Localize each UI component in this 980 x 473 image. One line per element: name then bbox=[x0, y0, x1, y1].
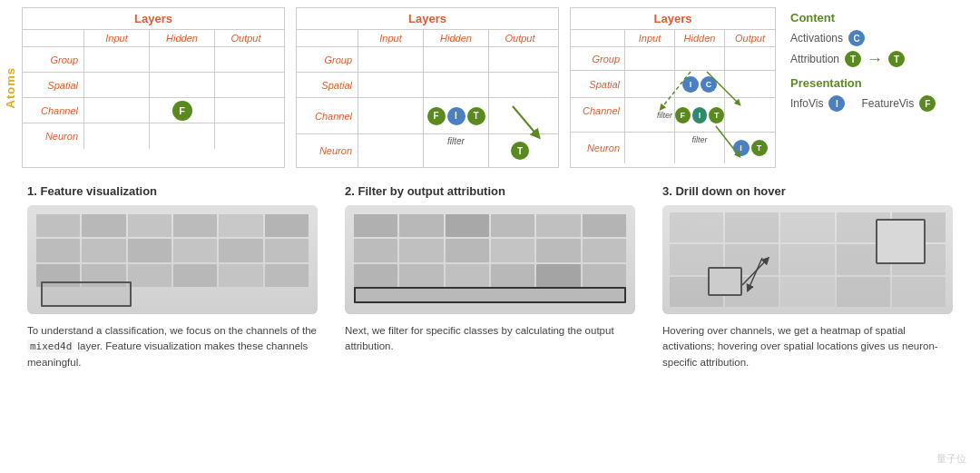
grid2-row-neuron: Neuron filter T bbox=[297, 134, 558, 167]
attribution-arrow: → bbox=[867, 51, 883, 67]
badge-I-grid2: I bbox=[447, 107, 466, 125]
atoms-label-container: Atoms bbox=[0, 7, 20, 168]
grid1-row-channel: Channel F bbox=[23, 98, 284, 123]
col-hidden-1: Hidden bbox=[150, 30, 215, 46]
presentation-section: Presentation InfoVis I FeatureVis F bbox=[790, 76, 945, 112]
atoms-section: Atoms Layers Input Hidden Output Group bbox=[0, 7, 776, 168]
step-3-image bbox=[662, 205, 953, 314]
right-panel: Content Activations C Attribution T → T … bbox=[790, 7, 945, 116]
step-1-image bbox=[27, 205, 318, 314]
step-2-image bbox=[345, 205, 635, 314]
badge-T-grid3-channel: T bbox=[709, 107, 724, 123]
grid-panel-2: Layers Input Hidden Output Group Spatial bbox=[296, 7, 559, 168]
cell-1-c-output bbox=[215, 98, 277, 123]
row-label-group-1: Group bbox=[23, 47, 84, 72]
step3-source-box bbox=[708, 267, 742, 296]
cell-1-g-hidden bbox=[150, 47, 215, 72]
grid3-row-neuron: Neuron filter I T bbox=[571, 133, 775, 163]
atoms-label: Atoms bbox=[4, 67, 17, 108]
grid2-col-headers: Input Hidden Output bbox=[297, 30, 558, 47]
grid2-title: Layers bbox=[408, 12, 446, 25]
grid1-row-neuron: Neuron bbox=[23, 123, 284, 149]
filter-label-3a: filter bbox=[657, 111, 672, 120]
step-2-label: Filter by output attribution bbox=[358, 184, 505, 198]
step-1-placeholder bbox=[27, 205, 318, 314]
row-label-neuron-1: Neuron bbox=[23, 123, 84, 149]
step-1-desc: To understand a classification, we focus… bbox=[27, 323, 318, 370]
grids-container: Layers Input Hidden Output Group S bbox=[22, 7, 776, 168]
cell-1-n-input bbox=[84, 123, 150, 149]
badge-T-grid3-neuron: T bbox=[751, 140, 768, 156]
step-3-title: 3. Drill down on hover bbox=[662, 184, 953, 198]
col-hidden-3: Hidden bbox=[675, 30, 725, 46]
cell-1-g-output bbox=[215, 47, 277, 72]
content-title: Content bbox=[790, 11, 945, 25]
step-1-label: Feature visualization bbox=[40, 184, 157, 198]
col-input-3: Input bbox=[625, 30, 675, 46]
infovis-row: InfoVis I FeatureVis F bbox=[790, 95, 945, 112]
cell-1-s-output bbox=[215, 73, 277, 97]
row-label-channel-1: Channel bbox=[23, 98, 84, 123]
grid2-row-spatial: Spatial bbox=[297, 73, 558, 98]
step-2-desc: Next, we filter for specific classes by … bbox=[345, 323, 635, 355]
badge-F-grid2: F bbox=[427, 107, 446, 125]
col-output-1: Output bbox=[215, 30, 277, 46]
badge-I-grid3-spatial: I bbox=[682, 76, 699, 93]
step-3-label: Drill down on hover bbox=[675, 184, 785, 198]
attribution-label: Attribution bbox=[790, 53, 839, 65]
badge-F-grid1: F bbox=[172, 101, 192, 121]
featurevis-label: FeatureVis bbox=[861, 97, 914, 110]
attribution-badge-to: T bbox=[888, 51, 905, 67]
cell-1-g-input bbox=[84, 47, 150, 72]
infovis-badge: I bbox=[828, 95, 845, 112]
presentation-title: Presentation bbox=[790, 76, 945, 90]
grid1-title: Layers bbox=[134, 12, 172, 25]
badge-T-grid2-channel: T bbox=[467, 107, 485, 125]
grid2-row-group: Group bbox=[297, 47, 558, 73]
attribution-row: Attribution T → T bbox=[790, 51, 945, 67]
step-3-panel: 3. Drill down on hover bbox=[662, 184, 953, 370]
step-1-title: 1. Feature visualization bbox=[27, 184, 318, 198]
badge-I-grid3-channel: I bbox=[692, 107, 708, 123]
badge-C-grid3-spatial: C bbox=[701, 76, 717, 93]
code-layer: mixed4d bbox=[27, 340, 74, 353]
step-3-desc: Hovering over channels, we get a heatmap… bbox=[662, 323, 953, 370]
grid1-col-headers: Input Hidden Output bbox=[23, 30, 284, 47]
step-3-number: 3. bbox=[662, 184, 672, 198]
grid-panel-3: Layers Input Hidden Output Group S bbox=[570, 7, 776, 168]
step3-hover-box bbox=[876, 219, 926, 264]
top-row: Atoms Layers Input Hidden Output Group bbox=[0, 0, 980, 175]
grid3-row-group: Group bbox=[571, 47, 775, 71]
activations-row: Activations C bbox=[790, 30, 945, 46]
filter-label-2: filter bbox=[447, 136, 465, 146]
infovis-label: InfoVis bbox=[790, 97, 823, 110]
watermark: 量子位 bbox=[936, 452, 966, 466]
cell-1-c-input bbox=[84, 98, 150, 123]
step-3-placeholder bbox=[662, 205, 953, 314]
col-input-1: Input bbox=[84, 30, 150, 46]
attribution-badge-from: T bbox=[845, 51, 861, 67]
step-2-placeholder bbox=[345, 205, 635, 314]
step-1-panel: 1. Feature visualization bbox=[27, 184, 318, 370]
cell-1-n-output bbox=[215, 123, 277, 149]
col-output-3: Output bbox=[725, 30, 775, 46]
featurevis-badge: F bbox=[919, 95, 936, 112]
step-2-panel: 2. Filter by output attribution bbox=[345, 184, 635, 370]
cell-1-n-hidden bbox=[150, 123, 215, 149]
grid1-row-group: Group bbox=[23, 47, 284, 73]
grid-panel-1: Layers Input Hidden Output Group S bbox=[22, 7, 285, 168]
badge-I-grid3-neuron: I bbox=[733, 140, 750, 156]
step-2-title: 2. Filter by output attribution bbox=[345, 184, 635, 198]
col-hidden-2: Hidden bbox=[424, 30, 489, 46]
grid3-row-channel: Channel filter F I T bbox=[571, 98, 775, 133]
activations-badge: C bbox=[848, 30, 865, 46]
grid3-row-spatial: Spatial I C bbox=[571, 71, 775, 98]
grid2-row-channel: Channel F I T bbox=[297, 98, 558, 134]
bottom-section: 1. Feature visualization bbox=[0, 175, 980, 379]
activations-label: Activations bbox=[790, 32, 843, 44]
cell-1-s-input bbox=[84, 73, 150, 97]
badge-T-grid2-neuron: T bbox=[511, 142, 529, 160]
filter-label-3b: filter bbox=[691, 135, 707, 144]
cell-1-c-hidden: F bbox=[150, 98, 215, 123]
step-2-number: 2. bbox=[345, 184, 355, 198]
